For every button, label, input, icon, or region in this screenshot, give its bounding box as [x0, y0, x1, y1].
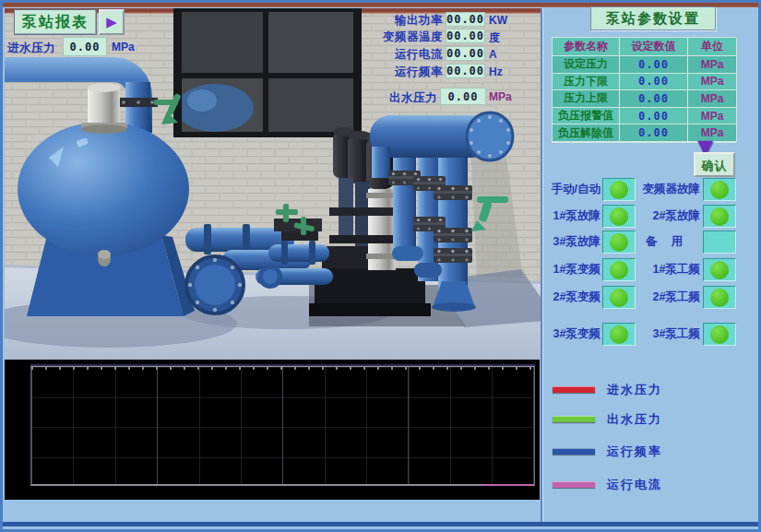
param-name: 负压报警值 [553, 108, 620, 125]
legend-swatch-run-frequency [553, 448, 595, 455]
legend-swatch-inlet-pressure [553, 386, 595, 393]
legend-label: 出水压力 [607, 412, 662, 427]
status-label-vfd-fault: 变频器故障 [634, 178, 700, 201]
output-power-value: 00.00 [446, 12, 485, 27]
status-lamp [602, 286, 636, 309]
param-unit: MPa [688, 90, 737, 108]
status-lamp [602, 231, 636, 254]
lamp-on-indicator [710, 325, 729, 344]
run-current-label: 运行电流 [353, 47, 443, 63]
plot-tick-marks [31, 367, 534, 370]
lamp-on-indicator [610, 325, 628, 344]
status-label-pump1-vfd: 1#泵变频 [541, 258, 600, 281]
param-setvalue[interactable]: 0.00 [620, 108, 688, 125]
pipe-end-flange [186, 256, 244, 313]
report-button[interactable]: 泵站报表 ▶ [14, 9, 125, 35]
status-label-spare: 备 用 [634, 231, 700, 254]
inverter-temp-value: 00.00 [446, 29, 485, 43]
status-lamp [602, 258, 636, 281]
inlet-pressure-value: 0.00 [63, 37, 107, 56]
param-setvalue[interactable]: 0.00 [620, 56, 688, 74]
run-frequency-label: 运行频率 [353, 65, 443, 80]
param-name: 负压解除值 [553, 124, 620, 142]
lamp-on-indicator [610, 207, 628, 226]
lamp-on-indicator [610, 181, 628, 199]
param-setvalue[interactable]: 0.00 [620, 90, 688, 108]
trend-chart [5, 360, 540, 500]
lamp-on-indicator [710, 289, 729, 307]
legend-label: 运行频率 [607, 444, 662, 459]
param-setvalue[interactable]: 0.00 [620, 74, 688, 91]
run-frequency-value: 00.00 [446, 64, 485, 78]
status-lamp [703, 178, 736, 201]
confirm-button[interactable]: 确认 [694, 152, 735, 177]
legend-label: 运行电流 [607, 478, 662, 492]
hmi-main-window: 泵站报表 ▶ 进水压力 0.00 MPa 输出功率 00.00 KW 变频器温度… [0, 0, 761, 532]
status-label-pump2-mains: 2#泵工频 [634, 286, 700, 309]
status-lamp [703, 258, 736, 281]
lamp-on-indicator [610, 289, 628, 307]
status-lamp [602, 178, 636, 201]
pump-station-3d-view [5, 8, 541, 360]
inlet-pressure-unit: MPa [112, 41, 135, 53]
status-label-pump3-vfd: 3#泵变频 [541, 323, 600, 346]
status-label-pump2-fault: 2#泵故障 [634, 205, 700, 228]
trend-plot-area [30, 366, 535, 486]
status-label-pump1-mains: 1#泵工频 [634, 258, 700, 281]
param-name: 压力下限 [553, 74, 620, 91]
param-unit: MPa [688, 74, 737, 91]
run-current-value: 00.00 [446, 46, 485, 61]
status-lamp [703, 205, 736, 228]
inverter-temp-unit: 度 [489, 30, 500, 46]
param-setvalue[interactable]: 0.00 [620, 124, 688, 142]
output-power-label: 输出功率 [353, 13, 443, 29]
lamp-on-indicator [610, 261, 628, 279]
status-lamp [602, 323, 636, 346]
trace-run-current [482, 484, 533, 486]
settings-panel-title: 泵站参数设置 [590, 6, 716, 30]
bottom-accent-band [3, 522, 758, 526]
status-label-pump3-mains: 3#泵工频 [634, 323, 700, 346]
run-frequency-unit: Hz [489, 65, 503, 78]
lamp-on-indicator [610, 233, 628, 252]
col-header-name: 参数名称 [553, 38, 620, 56]
outlet-pressure-label: 出水压力 [348, 90, 437, 106]
settings-table: 参数名称 设定数值 单位 设定压力 0.00 MPa 压力下限 0.00 MPa… [552, 37, 736, 143]
param-name: 压力上限 [553, 90, 620, 108]
legend-label: 进水压力 [607, 383, 662, 397]
col-header-unit: 单位 [688, 38, 737, 56]
outlet-pressure-unit: MPa [489, 90, 512, 103]
status-lamp [602, 205, 636, 228]
col-header-setvalue: 设定数值 [620, 38, 688, 56]
inlet-pressure-label: 进水压力 [7, 41, 55, 56]
param-unit: MPa [688, 56, 737, 74]
legend-swatch-outlet-pressure [553, 416, 595, 422]
play-icon[interactable]: ▶ [99, 9, 125, 35]
status-label-pump3-fault: 3#泵故障 [541, 231, 600, 254]
inverter-temp-label: 变频器温度 [353, 30, 443, 45]
param-unit: MPa [688, 108, 737, 125]
legend-swatch-run-current [553, 481, 595, 488]
param-name: 设定压力 [553, 56, 620, 74]
outlet-pressure-value: 0.00 [440, 88, 486, 105]
status-lamp [703, 323, 736, 346]
status-lamp [703, 286, 736, 309]
report-button-label[interactable]: 泵站报表 [14, 9, 97, 35]
tank-vent-cylinder [88, 88, 120, 124]
status-label-manual-auto: 手动/自动 [541, 178, 600, 201]
lamp-on-indicator [710, 181, 729, 199]
status-lamp [703, 231, 736, 254]
output-power-unit: KW [489, 14, 507, 27]
window [173, 8, 362, 137]
lamp-on-indicator [710, 261, 729, 279]
status-label-pump1-fault: 1#泵故障 [541, 205, 600, 228]
lamp-on-indicator [710, 207, 729, 226]
run-current-unit: A [489, 48, 497, 61]
window-reflection [176, 84, 254, 132]
status-label-pump2-vfd: 2#泵变频 [541, 286, 600, 309]
